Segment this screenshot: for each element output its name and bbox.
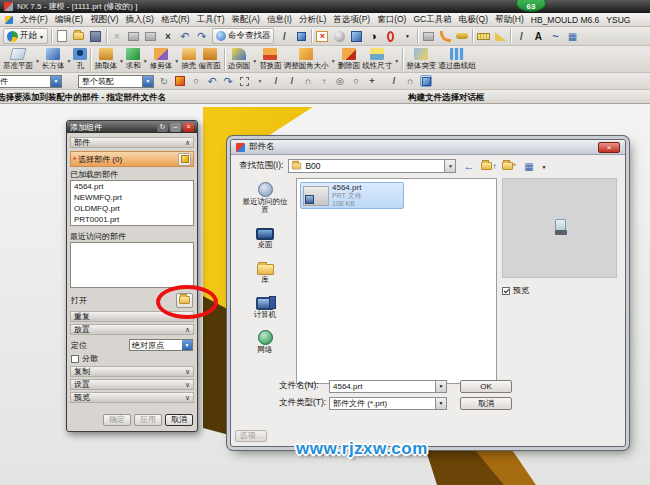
place-computer[interactable]: 计算机	[239, 293, 291, 319]
file-item-selected[interactable]: 4564.prt PRT 文件 108 KB	[300, 182, 404, 209]
back-icon[interactable]	[461, 160, 476, 173]
snap-option-icon[interactable]	[190, 75, 202, 87]
snap-midpoint-icon[interactable]	[286, 75, 298, 87]
menu-information[interactable]: 信息(I)	[267, 14, 292, 26]
file-name-combo[interactable]: 4564.prt	[329, 380, 447, 393]
surface-icon[interactable]	[565, 29, 579, 43]
menu-electrode[interactable]: 电极(Q)	[459, 14, 488, 26]
type-filter-combo[interactable]: 组件	[0, 75, 62, 88]
menu-window[interactable]: 窗口(O)	[377, 14, 406, 26]
cut-icon[interactable]	[110, 29, 124, 43]
chevron-down-icon[interactable]	[66, 55, 71, 65]
undo-icon[interactable]	[178, 29, 192, 43]
options-button[interactable]: 选项...	[235, 430, 267, 442]
dialog-title-bar[interactable]: 添加组件	[67, 121, 197, 133]
global-shaping-button[interactable]: 整体突变	[405, 47, 437, 71]
orient-view-icon[interactable]	[366, 29, 380, 43]
ruler-icon[interactable]	[476, 29, 490, 43]
through-curves-button[interactable]: 通过曲线组	[437, 47, 477, 71]
menu-preferences[interactable]: 首选项(P)	[333, 14, 370, 26]
dialog-reset-icon[interactable]	[157, 123, 168, 132]
rectangle-select-icon[interactable]	[238, 75, 250, 87]
ok-button[interactable]: OK	[460, 380, 512, 393]
chevron-down-icon[interactable]	[119, 55, 124, 65]
snap-arc-icon[interactable]	[302, 75, 314, 87]
snap-tangent-icon[interactable]	[404, 75, 416, 87]
menu-edit[interactable]: 编辑(E)	[55, 14, 83, 26]
section-settings[interactable]: 设置	[70, 379, 194, 390]
extract-body-button[interactable]: 抽取体	[93, 47, 118, 71]
cancel-button[interactable]: 取消	[165, 414, 193, 426]
list-item[interactable]: 4564.prt	[71, 181, 193, 192]
new-part-icon[interactable]	[55, 29, 69, 43]
chevron-down-icon[interactable]	[252, 55, 257, 65]
key-icon[interactable]	[455, 29, 469, 43]
place-network[interactable]: 网络	[239, 328, 291, 354]
snap-option-icon[interactable]	[222, 75, 234, 87]
protractor-icon[interactable]	[493, 29, 507, 43]
loaded-parts-list[interactable]: 4564.prt NEWMFQ.prt OLDMFQ.prt PRT0001.p…	[70, 180, 194, 226]
place-desktop[interactable]: 桌面	[239, 223, 291, 249]
preview-checkbox[interactable]	[502, 287, 510, 295]
section-part[interactable]: 部件	[70, 137, 194, 148]
refresh-icon[interactable]	[158, 75, 170, 87]
paste-icon[interactable]	[144, 29, 158, 43]
section-copy[interactable]: 复制	[70, 366, 194, 377]
menu-analysis[interactable]: 分析(L)	[299, 14, 326, 26]
copy-icon[interactable]	[127, 29, 141, 43]
scope-combo[interactable]: 整个装配	[78, 75, 154, 88]
snap-circle-icon[interactable]	[350, 75, 362, 87]
text-icon[interactable]	[531, 29, 545, 43]
display-mode-dropdown-icon[interactable]	[400, 29, 414, 43]
snap-tag-icon[interactable]	[294, 29, 308, 43]
menu-view[interactable]: 视图(V)	[90, 14, 118, 26]
file-type-combo[interactable]: 部件文件 (*.prt)	[329, 397, 447, 410]
hole-button[interactable]: 孔	[72, 47, 88, 71]
curve-icon[interactable]	[438, 29, 452, 43]
ok-button[interactable]: 确定	[103, 414, 131, 426]
snap-solid-toggle[interactable]	[420, 75, 432, 87]
close-view-icon[interactable]: ×	[315, 29, 329, 43]
apply-button[interactable]: 应用	[134, 414, 162, 426]
pencil-icon[interactable]	[277, 29, 291, 43]
replace-face-button[interactable]: 替换面	[258, 47, 283, 71]
snap-pole-icon[interactable]	[318, 75, 330, 87]
dialog-title-bar[interactable]: 部件名	[231, 140, 625, 155]
menu-hb-mould[interactable]: HB_MOULD M6.6	[531, 15, 600, 25]
spline-icon[interactable]	[548, 29, 562, 43]
menu-format[interactable]: 格式(R)	[161, 14, 190, 26]
scatter-checkbox[interactable]	[71, 355, 79, 363]
menu-file[interactable]: 文件(F)	[20, 14, 48, 26]
look-in-combo[interactable]: B00	[288, 159, 456, 173]
view-menu-icon[interactable]	[521, 160, 536, 173]
resize-blend-button[interactable]: 调整圆角大小	[283, 47, 330, 71]
list-item[interactable]: NEWMFQ.prt	[71, 192, 193, 203]
snap-center-icon[interactable]	[334, 75, 346, 87]
section-preview[interactable]: 预览	[70, 392, 194, 403]
dialog-close-icon[interactable]	[598, 142, 620, 153]
chevron-down-icon[interactable]	[254, 75, 266, 87]
menu-gc-toolbox[interactable]: GC工具箱	[413, 14, 451, 26]
chevron-down-icon[interactable]	[143, 55, 148, 65]
delete-face-button[interactable]: 删除面	[337, 47, 362, 71]
line-icon[interactable]	[514, 29, 528, 43]
menu-ysug[interactable]: YSUG	[606, 15, 630, 25]
menu-tools[interactable]: 工具(T)	[197, 14, 225, 26]
render-sphere-icon[interactable]	[332, 29, 346, 43]
cancel-button[interactable]: 取消	[460, 397, 512, 410]
chevron-down-icon[interactable]	[174, 55, 179, 65]
chevron-down-icon[interactable]	[394, 55, 399, 65]
up-one-level-icon[interactable]	[481, 160, 496, 173]
datum-plane-button[interactable]: 基准平面	[2, 47, 34, 71]
snap-settings-icon[interactable]	[174, 75, 186, 87]
list-item[interactable]: OLDMFQ.prt	[71, 203, 193, 214]
list-item[interactable]: PRT0001.prt	[71, 214, 193, 225]
snap-line-icon[interactable]	[388, 75, 400, 87]
snap-intersection-icon[interactable]	[366, 75, 378, 87]
menu-assemblies[interactable]: 装配(A)	[232, 14, 260, 26]
place-recent[interactable]: 最近访问的位置	[239, 180, 291, 214]
chevron-down-icon[interactable]	[541, 161, 546, 171]
linear-dimension-button[interactable]: 线性尺寸	[361, 47, 393, 71]
shaded-view-icon[interactable]	[349, 29, 363, 43]
positioning-select[interactable]: 绝对原点	[129, 339, 193, 351]
